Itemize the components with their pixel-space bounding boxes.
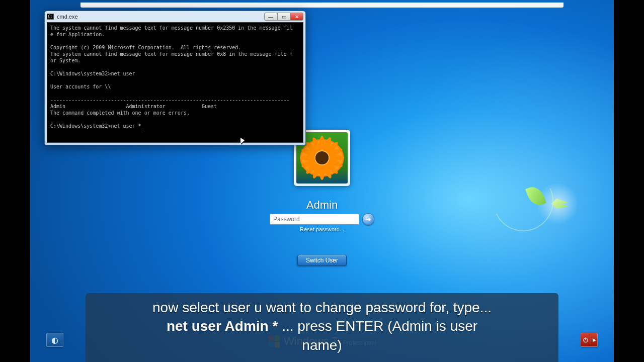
ease-of-access-icon: ◐: [51, 335, 58, 345]
caption-line1: now select user u want to change passwor…: [152, 300, 492, 315]
close-button[interactable]: ✕: [290, 13, 303, 21]
tutorial-caption: now select user u want to change passwor…: [86, 293, 558, 362]
arrow-right-icon: ➔: [365, 215, 371, 223]
caption-command: net user Admin *: [167, 318, 278, 334]
power-icon: [582, 336, 589, 343]
ease-of-access-button[interactable]: ◐: [46, 333, 63, 347]
caption-line2a: ... press ENTER (Admin is user: [282, 318, 477, 334]
login-submit-button[interactable]: ➔: [362, 213, 374, 225]
letterbox-left: [0, 0, 30, 362]
wallpaper-bird: [551, 199, 569, 209]
switch-user-button[interactable]: Switch User: [297, 255, 347, 266]
letterbox-right: [614, 0, 644, 362]
chevron-right-icon: ▶: [593, 337, 596, 342]
password-row: ➔: [270, 213, 374, 225]
password-input[interactable]: [270, 214, 359, 225]
caption-line2b: name): [302, 337, 342, 353]
power-button[interactable]: ▶: [581, 333, 598, 347]
cmd-title: cmd.exe: [57, 14, 261, 20]
reset-password-link[interactable]: Reset password...: [300, 226, 344, 232]
cmd-icon: C:: [47, 14, 54, 20]
username-label: Admin: [306, 199, 338, 212]
maximize-button[interactable]: ▭: [277, 13, 290, 21]
top-edge: [80, 3, 564, 8]
wallpaper-swirl: [485, 162, 562, 240]
cmd-titlebar[interactable]: C: cmd.exe — ▭ ✕: [45, 11, 305, 22]
login-screen: Admin ➔ Reset password... Switch User C:…: [30, 0, 614, 362]
cmd-window[interactable]: C: cmd.exe — ▭ ✕ The system cannot find …: [44, 11, 306, 145]
cmd-output[interactable]: The system cannot find message text for …: [47, 22, 303, 143]
minimize-button[interactable]: —: [264, 13, 277, 21]
